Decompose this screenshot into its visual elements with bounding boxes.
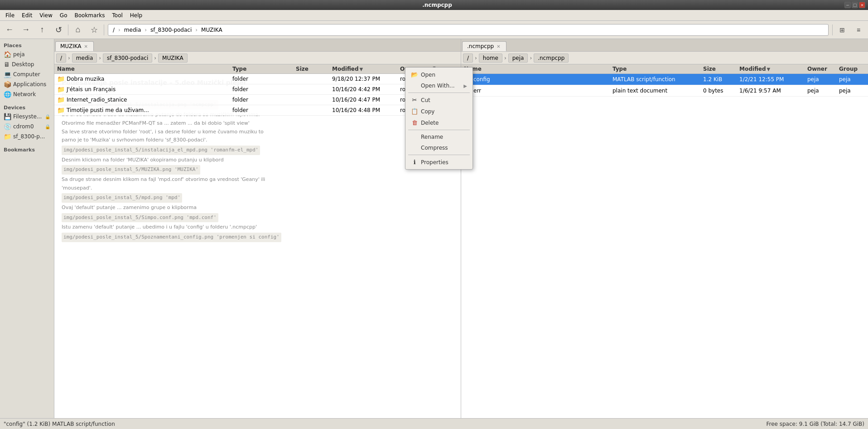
up-button[interactable]: ↑ xyxy=(34,23,50,37)
sidebar: Places 🏠 peja 🖥 Desktop 💻 Computer 📦 App… xyxy=(0,39,54,418)
close-button[interactable]: × xyxy=(859,2,865,8)
right-addr-root[interactable]: / xyxy=(463,54,473,63)
right-col-modified[interactable]: Modified ▼ xyxy=(737,64,805,73)
sort-arrow-right: ▼ xyxy=(767,67,771,72)
sidebar-item-peja[interactable]: 🏠 peja xyxy=(0,49,54,59)
right-addr-home[interactable]: home xyxy=(479,54,502,63)
left-tab-muzika[interactable]: MUZIKA ✕ xyxy=(55,41,94,51)
ctx-open-icon: 📂 xyxy=(411,71,418,78)
menu-edit[interactable]: Edit xyxy=(18,11,36,20)
statusbar: "config" (1.2 KiB) MATLAB script/functio… xyxy=(0,418,868,429)
left-tab-close[interactable]: ✕ xyxy=(83,44,89,49)
table-row[interactable]: 📄 config MATLAB script/function 1.2 KiB … xyxy=(461,74,868,85)
left-col-size[interactable]: Size xyxy=(293,64,329,73)
menu-file[interactable]: File xyxy=(2,11,18,20)
view-list-button[interactable]: ≡ xyxy=(851,23,866,37)
sidebar-cdrom-label: cdrom0 xyxy=(13,123,34,130)
left-tab-bar: MUZIKA ✕ xyxy=(54,39,461,52)
reload-button[interactable]: ↺ xyxy=(51,23,66,37)
table-row[interactable]: 📁 Dobra muzika folder 9/18/20 12:37 PM r… xyxy=(54,74,461,84)
bread-media[interactable]: media xyxy=(121,26,144,34)
left-addr-bar: / › media › sf_8300-podaci › MUZIKA xyxy=(54,52,461,64)
left-addr-sf8300[interactable]: sf_8300-podaci xyxy=(103,54,152,63)
sidebar-item-desktop[interactable]: 🖥 Desktop xyxy=(0,59,54,69)
sidebar-item-sf8300[interactable]: 📁 sf_8300-p... xyxy=(0,132,54,141)
sidebar-desktop-label: Desktop xyxy=(12,61,34,68)
maximize-button[interactable]: □ xyxy=(852,2,858,8)
ctx-properties-label: Properties xyxy=(421,159,448,166)
forward-button[interactable]: → xyxy=(18,23,34,37)
sidebar-item-computer[interactable]: 💻 Computer xyxy=(0,69,54,79)
ctx-rename-label: Rename xyxy=(421,134,443,140)
left-col-type[interactable]: Type xyxy=(230,64,293,73)
view-grid-button[interactable]: ⊞ xyxy=(834,23,850,37)
bread-sf8300[interactable]: sf_8300-podaci xyxy=(148,26,194,34)
sidebar-filesystem-label: Filesyste... xyxy=(13,113,42,120)
left-addr-muzika[interactable]: MUZIKA xyxy=(158,54,188,63)
ctx-delete-icon: 🗑 xyxy=(411,119,418,126)
ctx-item-open[interactable]: 📂 Open xyxy=(405,69,473,80)
right-col-owner[interactable]: Owner xyxy=(805,64,836,73)
table-row[interactable]: 📁 Internet_radio_stanice folder 10/16/20… xyxy=(54,95,461,105)
bread-root[interactable]: / xyxy=(110,26,117,34)
table-row[interactable]: 📁 Timotije pusti me da uživam... folder … xyxy=(54,105,461,116)
table-row[interactable]: 📁 J'étais un Français folder 10/16/20 4:… xyxy=(54,84,461,95)
sf8300-icon: 📁 xyxy=(4,133,11,140)
ctx-cut-icon: ✂ xyxy=(411,97,418,103)
sidebar-item-applications[interactable]: 📦 Applications xyxy=(0,79,54,89)
ctx-item-rename[interactable]: Rename xyxy=(405,132,473,142)
ctx-copy-label: Copy xyxy=(421,108,434,115)
computer-icon: 💻 xyxy=(4,71,11,78)
right-col-type[interactable]: Type xyxy=(610,64,700,73)
menu-go[interactable]: Go xyxy=(56,11,71,20)
sidebar-applications-label: Applications xyxy=(13,81,46,88)
table-row[interactable]: 📄 err plain text document 0 bytes 1/6/21… xyxy=(461,85,868,97)
folder-icon: 📁 xyxy=(57,86,65,93)
menu-bookmarks[interactable]: Bookmarks xyxy=(71,11,108,20)
ctx-item-open-with[interactable]: Open With... ▶ xyxy=(405,80,473,91)
statusbar-left: "config" (1.2 KiB) MATLAB script/functio… xyxy=(4,421,115,427)
back-button[interactable]: ← xyxy=(2,23,17,37)
toolbar-sep2 xyxy=(104,24,104,35)
ctx-sep3 xyxy=(408,155,470,155)
home-button[interactable]: ⌂ xyxy=(70,23,86,37)
ctx-copy-icon: 📋 xyxy=(411,108,418,115)
menu-help[interactable]: Help xyxy=(126,11,146,20)
menu-view[interactable]: View xyxy=(36,11,56,20)
ctx-cut-label: Cut xyxy=(421,97,430,103)
bread-sep3: › xyxy=(194,27,198,33)
ctx-item-compress[interactable]: Compress xyxy=(405,142,473,153)
titlebar-title: .ncmpcpp xyxy=(30,2,844,8)
left-col-name[interactable]: Name xyxy=(54,64,230,73)
right-addr-peja[interactable]: peja xyxy=(508,54,528,63)
applications-icon: 📦 xyxy=(4,81,11,88)
cdrom-icon: 💿 xyxy=(4,123,11,130)
sidebar-item-cdrom[interactable]: 💿 cdrom0 🔒 xyxy=(0,122,54,132)
right-tab-ncmpcpp[interactable]: .ncmpcpp ✕ xyxy=(462,41,506,51)
ctx-item-cut[interactable]: ✂ Cut xyxy=(405,94,473,106)
bookmark-button[interactable]: ☆ xyxy=(87,23,102,37)
left-addr-root[interactable]: / xyxy=(56,54,66,63)
left-col-modified[interactable]: Modified ▼ xyxy=(329,64,397,73)
bread-muzika[interactable]: MUZIKA xyxy=(198,26,225,34)
err-filename: err xyxy=(473,88,481,94)
sidebar-item-network[interactable]: 🌐 Network xyxy=(0,89,54,99)
minimize-button[interactable]: − xyxy=(844,2,851,8)
sidebar-sf8300-label: sf_8300-p... xyxy=(13,133,45,140)
sidebar-network-label: Network xyxy=(13,91,36,98)
menu-tool[interactable]: Tool xyxy=(109,11,126,20)
ctx-item-properties[interactable]: ℹ Properties xyxy=(405,156,473,168)
ctx-item-delete[interactable]: 🗑 Delete xyxy=(405,117,473,128)
ctx-item-copy[interactable]: 📋 Copy xyxy=(405,106,473,117)
right-addr-ncmpcpp[interactable]: .ncmpcpp xyxy=(534,54,569,63)
ctx-sep2 xyxy=(408,130,470,130)
right-col-size[interactable]: Size xyxy=(700,64,737,73)
right-tab-close[interactable]: ✕ xyxy=(496,44,501,49)
cdrom-lock-icon: 🔒 xyxy=(45,124,50,129)
left-panel: MUZIKA ✕ / › media › sf_8300-podaci › MU… xyxy=(54,39,461,418)
sidebar-item-filesystem[interactable]: 💾 Filesyste... 🔒 xyxy=(0,112,54,122)
bookmarks-section-label: Bookmarks xyxy=(0,145,54,154)
left-addr-media[interactable]: media xyxy=(72,54,97,63)
right-col-group[interactable]: Group xyxy=(836,64,868,73)
right-col-name[interactable]: Name xyxy=(461,64,610,73)
